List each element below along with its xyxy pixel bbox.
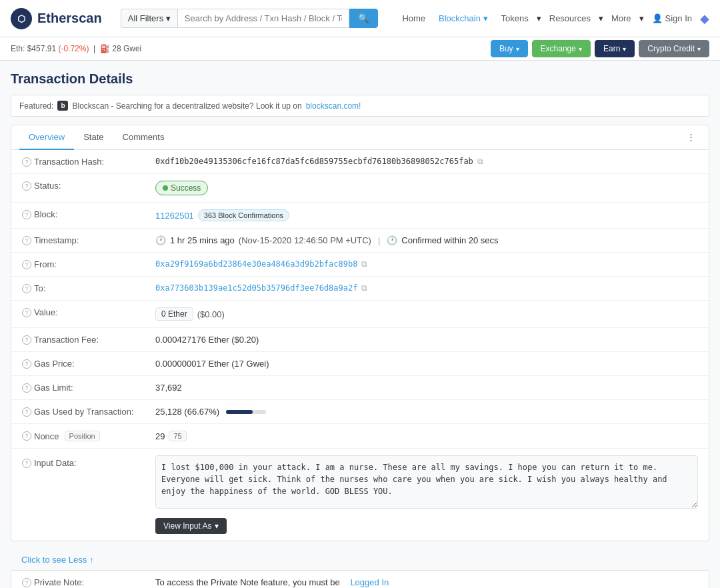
status-value: Success [155,181,698,195]
sign-in-button[interactable]: 👤 Sign In [647,9,697,27]
status-label: ? Status: [22,181,155,191]
status-help-icon[interactable]: ? [22,181,31,191]
logo-text: Etherscan [37,11,102,26]
view-input-chevron: ▾ [215,521,219,531]
timestamp-label: ? Timestamp: [22,235,155,245]
nav-resources[interactable]: Resources [544,9,596,27]
row-value: ? Value: 0 Ether ($0.00) [11,301,709,328]
eth-icon: ◆ [700,11,709,26]
gas-used-value: 25,128 (66.67%) [155,407,698,417]
private-note-label: ? Private Note: [22,577,155,587]
gas-limit-help-icon[interactable]: ? [22,383,31,393]
private-note-help-icon[interactable]: ? [22,578,31,587]
logo[interactable]: ⬡ Etherscan [11,8,102,29]
earn-button[interactable]: Earn ▾ [595,40,635,57]
blockscan-badge: b [57,101,68,111]
to-address-link[interactable]: 0xa773603b139ae1c52d05b35796df3ee76d8a9a… [155,283,357,293]
row-gas-used: ? Gas Used by Transaction: 25,128 (66.67… [11,400,709,424]
private-note-card: ? Private Note: To access the Private No… [11,570,709,588]
gas-price-label: ? Gas Price: [22,359,155,369]
featured-banner: Featured: b Blockscan - Searching for a … [11,95,709,117]
featured-label: Featured: [19,101,53,111]
gas-price-value: 0.000000017 Ether (17 Gwei) [155,359,698,369]
nonce-position-label: Position [65,431,100,441]
gas-price-help-icon[interactable]: ? [22,359,31,369]
hash-value: 0xdf10b20e49135306cfe16fc87da5fc6d859755… [155,157,698,166]
nav-blockchain[interactable]: Blockchain ▾ [433,9,493,27]
block-number-link[interactable]: 11262501 [155,211,194,221]
main-nav-right: Home Blockchain ▾ Tokens ▾ Resources ▾ M… [397,9,709,27]
confirm-clock-icon: 🕐 [387,235,397,245]
value-help-icon[interactable]: ? [22,308,31,317]
input-help-icon[interactable]: ? [22,459,31,468]
nonce-value: 29 75 [155,431,698,441]
status-dot [163,185,168,191]
private-note-value: To access the Private Note feature, you … [155,577,698,587]
status-badge: Success [155,181,208,195]
fee-help-icon[interactable]: ? [22,335,31,345]
value-eth-badge: 0 Ether [155,307,193,321]
to-value: 0xa773603b139ae1c52d05b35796df3ee76d8a9a… [155,283,698,293]
row-gas-limit: ? Gas Limit: 37,692 [11,376,709,400]
crypto-credit-button[interactable]: Crypto Credit ▾ [639,40,709,57]
to-label: ? To: [22,283,155,293]
gas-limit-label: ? Gas Limit: [22,383,155,393]
input-value: I lost $100,000 in your attack. I am a n… [155,455,698,534]
clock-icon: 🕐 [155,235,166,245]
to-copy-icon[interactable]: ⧉ [361,283,367,293]
sub-header: Eth: $457.91 (-0.72%) | ⛽ 28 Gwei Buy ▾ … [0,37,720,61]
nonce-label: ? Nonce Position [22,431,155,441]
row-status: ? Status: Success [11,174,709,203]
nav-more[interactable]: More [606,9,637,27]
gas-used-fill [226,410,253,414]
action-buttons: Buy ▾ Exchange ▾ Earn ▾ Crypto Credit ▾ [491,40,709,57]
to-help-icon[interactable]: ? [22,284,31,293]
tabs-more-icon[interactable]: ⋮ [681,125,701,149]
nonce-help-icon[interactable]: ? [22,431,31,441]
hash-help-icon[interactable]: ? [22,157,31,167]
search-input[interactable] [177,9,350,28]
input-label: ? Input Data: [22,455,155,468]
hash-label: ? Transaction Hash: [22,157,155,167]
block-value: 11262501 363 Block Confirmations [155,209,698,221]
value-label: ? Value: [22,307,155,317]
logged-in-link[interactable]: Logged In [350,577,389,587]
from-value: 0xa29f9169a6bd23864e30ea4846a3d9b2bfac89… [155,259,698,269]
tab-overview[interactable]: Overview [19,125,74,150]
fee-value: 0.000427176 Ether ($0.20) [155,335,698,345]
search-button[interactable]: 🔍 [349,9,378,28]
from-address-link[interactable]: 0xa29f9169a6bd23864e30ea4846a3d9b2bfac89… [155,259,357,269]
block-label: ? Block: [22,209,155,219]
gas-used-help-icon[interactable]: ? [22,407,31,417]
gas-limit-value: 37,692 [155,383,698,393]
timestamp-help-icon[interactable]: ? [22,236,31,245]
row-nonce: ? Nonce Position 29 75 [11,424,709,449]
up-arrow-icon: ↑ [89,555,94,565]
row-gas-price: ? Gas Price: 0.000000017 Ether (17 Gwei) [11,352,709,376]
eth-price: Eth: $457.91 (-0.72%) | ⛽ 28 Gwei [11,44,141,53]
page-content: Transaction Details Featured: b Blocksca… [0,61,720,588]
block-help-icon[interactable]: ? [22,210,31,219]
from-help-icon[interactable]: ? [22,260,31,269]
logo-icon: ⬡ [11,8,32,29]
nav-tokens[interactable]: Tokens [496,9,534,27]
from-label: ? From: [22,259,155,269]
filter-button[interactable]: All Filters ▾ [121,9,177,28]
tab-comments[interactable]: Comments [113,125,174,150]
blockscan-link[interactable]: blockscan.com! [306,101,361,111]
row-input-data: ? Input Data: I lost $100,000 in your at… [11,449,709,541]
view-input-button[interactable]: View Input As ▾ [155,518,227,534]
tab-state[interactable]: State [74,125,113,150]
row-fee: ? Transaction Fee: 0.000427176 Ether ($0… [11,328,709,352]
nav-home[interactable]: Home [397,9,431,27]
value-value: 0 Ether ($0.00) [155,307,698,321]
exchange-button[interactable]: Exchange ▾ [532,40,591,57]
search-area: All Filters ▾ 🔍 [121,9,379,28]
user-icon: 👤 [652,13,663,23]
buy-button[interactable]: Buy ▾ [491,40,528,57]
timestamp-value: 🕐 1 hr 25 mins ago (Nov-15-2020 12:46:50… [155,235,698,245]
click-to-less[interactable]: Click to see Less ↑ [11,549,709,570]
input-textarea[interactable]: I lost $100,000 in your attack. I am a n… [155,455,698,509]
from-copy-icon[interactable]: ⧉ [361,259,367,269]
hash-copy-icon[interactable]: ⧉ [477,157,483,166]
